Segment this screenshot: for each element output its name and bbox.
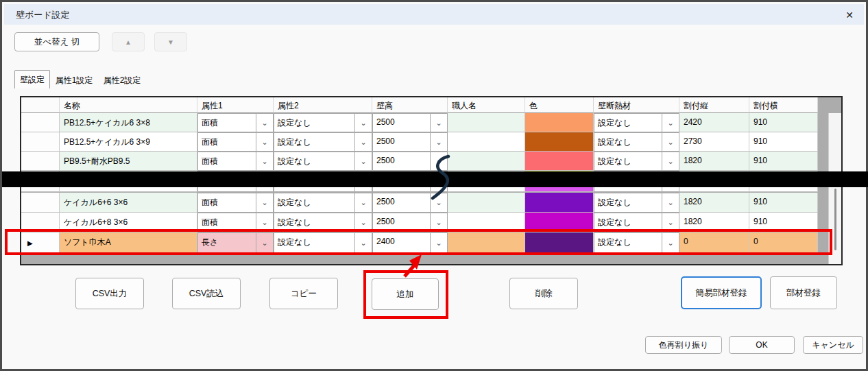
chevron-down-icon[interactable]: ⌄ — [431, 213, 448, 232]
cell-name[interactable]: ケイカル6+6 3×6 — [60, 193, 197, 213]
chevron-down-icon[interactable]: ⌄ — [256, 187, 274, 192]
close-icon[interactable]: ✕ — [842, 8, 857, 23]
vertical-scrollbar[interactable] — [828, 113, 842, 264]
wall_height-dropdown-value[interactable]: 2500 — [372, 187, 431, 192]
chevron-down-icon[interactable]: ⌄ — [431, 187, 448, 192]
cell-name[interactable]: PB12.5+ケイカル6 3×8 — [60, 113, 197, 132]
color-swatch[interactable] — [525, 193, 594, 213]
attr2-dropdown-value[interactable]: 設定なし — [274, 193, 355, 213]
chevron-down-icon[interactable]: ⌄ — [431, 232, 448, 253]
attr1-dropdown-value[interactable]: 長さ — [197, 232, 256, 253]
column-header-worker[interactable]: 職人名 — [448, 97, 525, 113]
chevron-down-icon[interactable]: ⌄ — [256, 152, 274, 171]
cell-name[interactable]: ソフト巾木A — [60, 232, 197, 253]
cell-pitch_h[interactable]: 910 — [749, 132, 818, 152]
attr2-dropdown-value[interactable]: 設定なし — [274, 152, 355, 171]
cell-worker[interactable] — [448, 152, 525, 171]
chevron-down-icon[interactable]: ⌄ — [256, 193, 274, 213]
scrollbar-thumb[interactable] — [834, 189, 836, 250]
cell-pitch_v[interactable]: 2420 — [679, 113, 749, 132]
cell-worker[interactable] — [448, 113, 525, 132]
csv-import-button[interactable]: CSV読込 — [172, 278, 241, 309]
wall_height-dropdown-value[interactable]: 2500 — [372, 113, 431, 132]
cell-worker[interactable] — [448, 132, 525, 152]
color-swatch[interactable] — [525, 113, 594, 132]
table-row[interactable]: ケイカル6+6 3×6面積⌄設定なし⌄2500⌄設定なし⌄1820910 — [21, 193, 841, 213]
delete-button[interactable]: 削除 — [509, 278, 578, 309]
sort-toggle-button[interactable]: 並べ替え 切 — [14, 32, 99, 51]
attr2-dropdown-value[interactable]: 設定なし — [274, 232, 355, 253]
cell-pitch_v[interactable]: 1820 — [679, 193, 749, 213]
chevron-down-icon[interactable]: ⌄ — [662, 187, 679, 192]
cell-pitch_h[interactable]: 0 — [749, 232, 818, 253]
row-selector-cell[interactable] — [21, 132, 60, 152]
tab-attr2-settings[interactable]: 属性2設定 — [98, 72, 146, 88]
color-swatch[interactable] — [525, 187, 594, 192]
insulation-dropdown-value[interactable]: 設定なし — [594, 152, 662, 171]
tab-wall-settings[interactable]: 壁設定 — [14, 70, 50, 88]
row-selector-cell[interactable] — [21, 113, 60, 132]
recolor-button[interactable]: 色再割り振り — [645, 336, 722, 354]
cell-worker[interactable] — [448, 187, 525, 192]
row-selector-cell[interactable] — [21, 213, 60, 232]
part-register-button[interactable]: 部材登録 — [770, 276, 837, 309]
chevron-down-icon[interactable]: ⌄ — [256, 232, 274, 253]
table-row-selected[interactable]: ▶ソフト巾木A長さ⌄設定なし⌄2400⌄設定なし⌄00 — [21, 232, 841, 253]
chevron-down-icon[interactable]: ⌄ — [256, 213, 274, 232]
chevron-down-icon[interactable]: ⌄ — [431, 152, 448, 171]
cancel-button[interactable]: キャンセル — [803, 336, 863, 354]
cell-pitch_h[interactable]: 910 — [749, 193, 818, 213]
chevron-down-icon[interactable]: ⌄ — [662, 132, 679, 152]
wall_height-dropdown-value[interactable]: 2500 — [372, 132, 431, 152]
chevron-down-icon[interactable]: ⌄ — [355, 113, 372, 132]
chevron-down-icon[interactable]: ⌄ — [355, 152, 372, 171]
chevron-down-icon[interactable]: ⌄ — [662, 232, 679, 253]
move-up-button[interactable]: ▲ — [112, 32, 145, 51]
insulation-dropdown-value[interactable]: 設定なし — [594, 113, 662, 132]
row-selector-cell[interactable] — [21, 187, 60, 192]
insulation-dropdown-value[interactable]: 設定なし — [594, 187, 662, 192]
row-selector-cell[interactable]: ▶ — [21, 232, 60, 253]
cell-worker[interactable] — [448, 232, 525, 253]
attr2-dropdown-value[interactable]: 設定なし — [274, 113, 355, 132]
row-selector-cell[interactable] — [21, 152, 60, 171]
cell-pitch_v[interactable]: 2730 — [679, 132, 749, 152]
ok-button[interactable]: OK — [729, 336, 795, 354]
chevron-down-icon[interactable]: ⌄ — [431, 132, 448, 152]
column-header-attr1[interactable]: 属性1 — [197, 97, 274, 113]
cell-pitch_h[interactable]: 910 — [749, 113, 818, 132]
table-row[interactable]: PB12.5+ケイカル6 3×8面積⌄設定なし⌄2500⌄設定なし⌄242091… — [21, 113, 841, 132]
attr2-dropdown-value[interactable]: 設定なし — [274, 132, 355, 152]
chevron-down-icon[interactable]: ⌄ — [662, 213, 679, 232]
chevron-down-icon[interactable]: ⌄ — [355, 187, 372, 192]
attr2-dropdown-value[interactable]: 設定なし — [274, 213, 355, 232]
attr1-dropdown-value[interactable]: 面積 — [197, 187, 256, 192]
insulation-dropdown-value[interactable]: 設定なし — [594, 193, 662, 213]
color-swatch[interactable] — [525, 132, 594, 152]
chevron-down-icon[interactable]: ⌄ — [355, 213, 372, 232]
color-swatch[interactable] — [525, 232, 594, 253]
row-selector-header[interactable] — [21, 97, 60, 113]
cell-name[interactable]: ケイカル6+8 3×6 — [60, 213, 197, 232]
attr1-dropdown-value[interactable]: 面積 — [197, 193, 256, 213]
move-down-button[interactable]: ▼ — [154, 32, 187, 51]
simple-part-register-button[interactable]: 簡易部材登録 — [681, 276, 762, 309]
wall_height-dropdown-value[interactable]: 2400 — [372, 232, 431, 253]
row-selector-cell[interactable] — [21, 193, 60, 213]
column-header-wall_height[interactable]: 壁高 — [372, 97, 448, 113]
chevron-down-icon[interactable]: ⌄ — [662, 113, 679, 132]
cell-pitch_h[interactable]: 910 — [749, 187, 818, 192]
column-header-name[interactable]: 名称 — [60, 97, 197, 113]
chevron-down-icon[interactable]: ⌄ — [256, 113, 274, 132]
column-header-pitch_v[interactable]: 割付縦 — [679, 97, 749, 113]
cell-worker[interactable] — [448, 213, 525, 232]
table-row[interactable]: PB9.5+耐水PB9.5面積⌄設定なし⌄2500⌄設定なし⌄1820910 — [21, 152, 841, 171]
add-button[interactable]: 追加 — [372, 278, 439, 310]
chevron-down-icon[interactable]: ⌄ — [355, 132, 372, 152]
tab-attr1-settings[interactable]: 属性1設定 — [51, 72, 97, 88]
chevron-down-icon[interactable]: ⌄ — [355, 193, 372, 213]
wall_height-dropdown-value[interactable]: 2500 — [372, 213, 431, 232]
chevron-down-icon[interactable]: ⌄ — [355, 232, 372, 253]
cell-pitch_v[interactable]: 1820 — [679, 213, 749, 232]
attr1-dropdown-value[interactable]: 面積 — [197, 152, 256, 171]
